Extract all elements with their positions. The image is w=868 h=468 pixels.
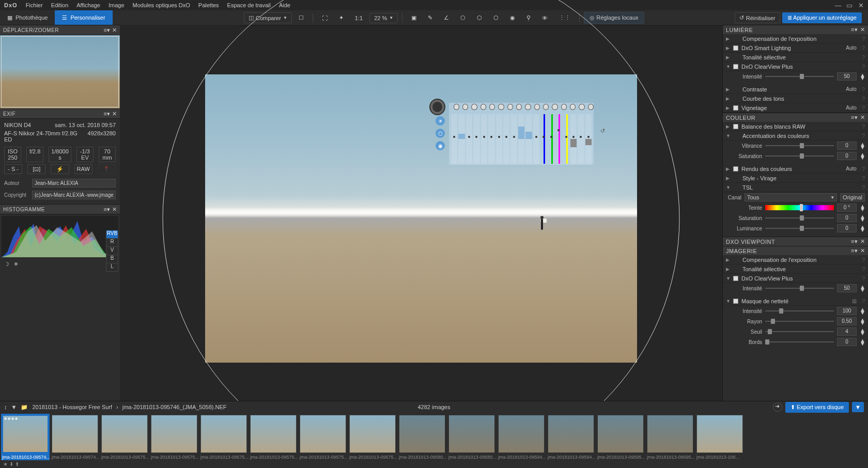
zoom-11-button[interactable]: 1:1 bbox=[350, 13, 367, 23]
equalizer-bars[interactable] bbox=[451, 114, 592, 164]
filter-icon[interactable]: ▼ bbox=[11, 404, 17, 410]
reset-button[interactable]: ↺ Réinitialiser bbox=[735, 12, 780, 23]
channel-select[interactable]: Tous▼ bbox=[745, 193, 837, 201]
thumbnail-item[interactable]: jma-20181013-09594... bbox=[547, 414, 595, 460]
thumbnail-item[interactable]: jma-20181013-09574... bbox=[51, 414, 99, 460]
tab-personnaliser[interactable]: ☰ Personnaliser bbox=[55, 10, 112, 25]
param-vignetting[interactable]: ▶VignetageAuto? bbox=[723, 103, 868, 113]
rating-bar[interactable]: ★ ⬇ ⬆ bbox=[0, 460, 22, 468]
slider-mask-edges[interactable]: Bords0▲▼ bbox=[723, 337, 868, 347]
breadcrumb-file[interactable]: jma-20181013-095746_(JMA_5058).NEF bbox=[122, 404, 227, 410]
compare-button[interactable]: ◫ Comparer ▼ bbox=[244, 12, 292, 23]
perspective-tool-2[interactable]: ⬡ bbox=[472, 12, 487, 23]
panel-close-icon[interactable]: ✕ bbox=[112, 27, 117, 34]
redeye-tool[interactable]: ⚲ bbox=[522, 12, 535, 23]
slider-vibrance[interactable]: Vibrance0▲▼ bbox=[723, 141, 868, 151]
slider-clearview-intensity[interactable]: Intensité50▲▼ bbox=[723, 71, 868, 82]
thumbnail-item[interactable]: jma-20181013-09580... bbox=[447, 414, 496, 460]
slider-clearview-intensity-2[interactable]: Intensité50▲▼ bbox=[723, 283, 868, 293]
local-adjustment-circle[interactable] bbox=[143, 12, 699, 425]
eq-icon[interactable] bbox=[561, 104, 567, 110]
param-color-accentuation[interactable]: ▼Accentuation des couleurs? bbox=[723, 131, 868, 141]
eq-icon[interactable] bbox=[481, 104, 486, 110]
param-exposure-comp[interactable]: ▶Compensation de l'exposition? bbox=[723, 34, 868, 43]
spot-tool[interactable]: ◉ bbox=[505, 12, 520, 23]
param-contrast[interactable]: ▶ContrasteAuto? bbox=[723, 85, 868, 94]
param-tone-curve[interactable]: ▶Courbe des tons? bbox=[723, 94, 868, 103]
menu-help[interactable]: Aide bbox=[279, 2, 290, 8]
eq-icon[interactable] bbox=[543, 104, 549, 110]
eq-icon[interactable] bbox=[534, 104, 540, 110]
crop-tool[interactable]: ▣ bbox=[407, 12, 421, 23]
menu-file[interactable]: Fichier bbox=[26, 2, 43, 8]
histo-tab-v[interactable]: V bbox=[106, 247, 118, 255]
section-jmagerie[interactable]: JMAGERIE≡▾✕ bbox=[723, 246, 868, 255]
export-target-icon[interactable]: ➜ bbox=[773, 402, 782, 412]
perspective-tool[interactable]: ⬠ bbox=[456, 12, 470, 23]
eq-icon[interactable] bbox=[579, 104, 584, 110]
thumbnail-item[interactable]: jma-20181013-09595... bbox=[596, 414, 645, 460]
single-view-button[interactable]: ☐ bbox=[294, 12, 308, 23]
thumbnail-item[interactable]: ★★★★jma-20181013-09574... bbox=[1, 414, 50, 460]
horizon-tool[interactable]: ∠ bbox=[439, 12, 454, 23]
param-clearview-2[interactable]: ▼DxO ClearView Plus? bbox=[723, 274, 868, 283]
menu-workspace[interactable]: Espace de travail bbox=[227, 2, 271, 8]
minimize-button[interactable]: — bbox=[835, 2, 841, 8]
param-color-rendering[interactable]: ▶Rendu des couleursAuto? bbox=[723, 164, 868, 174]
photo-canvas[interactable]: ☀ ⬡ ◉ bbox=[205, 74, 637, 363]
panel-menu-icon[interactable]: ≡▾ bbox=[851, 247, 858, 254]
param-style-toning[interactable]: ▶Style - Virage? bbox=[723, 174, 868, 183]
maximize-button[interactable]: ▭ bbox=[846, 2, 853, 8]
thumbnail-item[interactable]: jma-20181013-09575... bbox=[100, 414, 149, 460]
menu-dxo-modules[interactable]: Modules optiques DxO bbox=[133, 2, 190, 8]
thumbnail-item[interactable]: jma-20181013-09575... bbox=[299, 414, 347, 460]
eq-icon[interactable] bbox=[462, 104, 468, 110]
thumbnail-item[interactable]: jma-20181013-09575... bbox=[199, 414, 248, 460]
thumbnail-item[interactable]: jma-20181013-09580... bbox=[398, 414, 446, 460]
thumbnail-item[interactable]: jma-20181013-09595... bbox=[646, 414, 694, 460]
sort-icon[interactable]: ↕ bbox=[4, 404, 7, 410]
eq-icon[interactable] bbox=[570, 104, 576, 110]
panel-close-icon[interactable]: ✕ bbox=[112, 206, 117, 213]
eq-icon[interactable] bbox=[525, 104, 531, 110]
navigator-preview[interactable] bbox=[0, 35, 120, 108]
eq-icon[interactable] bbox=[489, 104, 495, 110]
slider-hue[interactable]: Teinte0 °▲▼ bbox=[723, 202, 868, 213]
param-unsharp-mask[interactable]: ▼Masque de netteté👁⃠? bbox=[723, 297, 868, 306]
param-hsl[interactable]: ▼TSL? bbox=[723, 183, 868, 192]
mask-visibility-icon[interactable]: 👁⃠ bbox=[853, 298, 857, 304]
folder-icon[interactable]: 📁 bbox=[21, 404, 28, 411]
eq-detail-button[interactable]: ◉ bbox=[436, 141, 445, 150]
preview-tool[interactable]: 👁 bbox=[537, 13, 552, 23]
zoom-percent[interactable]: 22 % ▼ bbox=[369, 13, 398, 23]
author-input[interactable] bbox=[32, 179, 116, 188]
histo-tab-l[interactable]: L bbox=[106, 263, 118, 272]
apply-preset-button[interactable]: ≣ Appliquer un autoréglage bbox=[782, 12, 862, 23]
panel-close-icon[interactable]: ✕ bbox=[860, 247, 865, 254]
export-dropdown[interactable]: ▼ bbox=[852, 402, 864, 412]
panel-menu-icon[interactable]: ≡▾ bbox=[104, 27, 110, 34]
close-button[interactable]: ✕ bbox=[858, 2, 864, 8]
grid-tool[interactable]: ⋮⋮ bbox=[554, 12, 575, 23]
eq-icon[interactable] bbox=[498, 104, 504, 110]
section-couleur[interactable]: COULEUR≡▾✕ bbox=[723, 113, 868, 122]
thumbnail-item[interactable]: jma-20181013-09594... bbox=[497, 414, 546, 460]
slider-mask-threshold[interactable]: Seuil4▲▼ bbox=[723, 326, 868, 337]
param-clearview[interactable]: ▼DxO ClearView Plus? bbox=[723, 62, 868, 71]
eq-light-button[interactable]: ☀ bbox=[436, 116, 445, 126]
filmstrip[interactable]: ★★★★jma-20181013-09574...jma-20181013-09… bbox=[0, 413, 868, 461]
histo-tab-rvb[interactable]: RVB bbox=[106, 230, 118, 239]
eyedropper-tool[interactable]: ✎ bbox=[423, 12, 437, 23]
local-adjustments-button[interactable]: ◎ Réglages locaux bbox=[584, 12, 644, 24]
eq-icon[interactable] bbox=[516, 104, 522, 110]
param-smart-lighting[interactable]: ▶DxO Smart LightingAuto? bbox=[723, 43, 868, 53]
thumbnail-item[interactable]: jma-20181013-09575... bbox=[249, 414, 298, 460]
eq-icon[interactable] bbox=[454, 104, 459, 110]
panel-close-icon[interactable]: ✕ bbox=[860, 114, 865, 121]
thumbnail-item[interactable]: jma-20181013-100... bbox=[695, 414, 744, 460]
breadcrumb-folder[interactable]: 20181013 - Hossegor Free Surf bbox=[32, 404, 112, 410]
panel-menu-icon[interactable]: ≡▾ bbox=[851, 26, 858, 33]
panel-menu-icon[interactable]: ≡▾ bbox=[851, 238, 858, 245]
panel-close-icon[interactable]: ✕ bbox=[112, 111, 117, 117]
export-button[interactable]: ⬆ Export vers disque bbox=[785, 402, 849, 413]
